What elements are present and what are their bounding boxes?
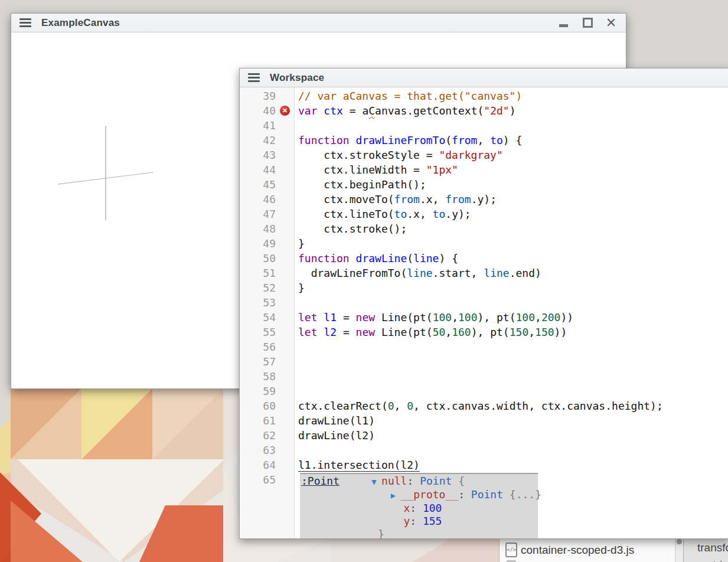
minimize-button-icon[interactable] [557,17,570,29]
line-number[interactable]: 62 [240,428,294,443]
code-text[interactable]: var ctx = aCanvas.getContext("2d") [294,103,728,118]
code-text[interactable]: ctx.lineTo(to.x, to.y); [294,207,728,221]
code-line[interactable]: 44 ctx.lineWidth = "1px" [240,162,728,177]
scrollbar-thumb[interactable] [677,539,682,544]
scrollbar-track[interactable] [675,538,683,562]
workspace-titlebar[interactable]: Workspace [240,68,728,87]
code-text[interactable]: } [294,236,728,251]
line-number[interactable]: 39 [240,89,294,103]
code-text[interactable]: let l2 = new Line(pt(50,160), pt(150,150… [294,325,728,339]
line-number[interactable]: 52 [240,280,294,295]
line-number[interactable]: 48 [240,221,294,236]
code-line[interactable]: 47 ctx.lineTo(to.x, to.y); [240,207,728,221]
code-text[interactable]: // var aCanvas = that.get("canvas") [294,89,728,103]
code-text[interactable]: drawLineFromTo(line.start, line.end) [294,266,728,280]
line-number[interactable]: 56 [240,339,294,354]
code-line[interactable]: 63 [240,443,728,458]
code-line[interactable]: 49} [240,236,728,251]
line-number[interactable]: 45 [240,177,294,192]
code-text[interactable]: ctx.moveTo(from.x, from.y); [294,192,728,207]
code-line[interactable]: 43 ctx.strokeStyle = "darkgray" [240,148,728,162]
line-number[interactable]: 57 [240,354,294,369]
example-canvas-titlebar[interactable]: ExampleCanvas ✕ [11,14,626,32]
line-number[interactable]: 40✕ [240,103,294,118]
code-token: ctx.lineWidth = [298,164,426,176]
code-line[interactable]: 65:Point ▼ null: Point { ▶ __proto__: Po… [240,472,728,538]
code-text[interactable]: let l1 = new Line(pt(100,100), pt(100,20… [294,310,728,325]
code-line[interactable]: 60ctx.clearRect(0, 0, ctx.canvas.width, … [240,398,728,413]
code-line[interactable]: 45 ctx.beginPath(); [240,177,728,192]
line-number[interactable]: 54 [240,310,294,325]
inspector-row[interactable]: y: 155 [301,515,538,528]
line-number[interactable]: 53 [240,295,294,310]
code-line[interactable]: 59 [240,384,728,398]
code-line[interactable]: 41 [240,118,728,133]
inspector-row[interactable]: } [301,528,538,538]
code-text[interactable]: ctx.clearRect(0, 0, ctx.canvas.width, ct… [294,398,728,413]
code-line[interactable]: 48 ctx.stroke(); [240,221,728,236]
inspector-row[interactable]: x: 100 [301,502,538,515]
code-text[interactable]: ctx.lineWidth = "1px" [294,162,728,177]
disclosure-triangle-icon[interactable]: ▶ [391,491,401,500]
code-text[interactable]: :Point ▼ null: Point { ▶ __proto__: Poin… [294,472,728,538]
code-text[interactable]: function drawLineFromTo(from, to) { [294,133,728,148]
line-number[interactable]: 49 [240,236,294,251]
code-text[interactable]: drawLine(l2) [294,428,728,443]
eval-result-inspector[interactable]: :Point ▼ null: Point { ▶ __proto__: Poin… [300,473,538,538]
code-line[interactable]: 46 ctx.moveTo(from.x, from.y); [240,192,728,207]
line-number[interactable]: 50 [240,251,294,266]
code-line[interactable]: 55let l2 = new Line(pt(50,160), pt(150,1… [240,325,728,339]
code-line[interactable]: 58 [240,369,728,384]
window-menu-icon[interactable] [19,18,31,27]
line-number[interactable]: 55 [240,325,294,339]
window-menu-icon[interactable] [248,73,260,82]
line-number[interactable]: 51 [240,266,294,280]
code-text[interactable]: ctx.strokeStyle = "darkgray" [294,148,728,162]
line-number[interactable]: 41 [240,118,294,133]
disclosure-triangle-icon[interactable]: ▼ [371,477,381,486]
line-number[interactable]: 63 [240,443,294,458]
line-number[interactable]: 43 [240,148,294,162]
inspector-row[interactable]: ▶ __proto__: Point {...} [301,488,538,502]
line-number[interactable]: 42 [240,133,294,148]
code-token: from [394,193,420,205]
code-token: to [433,208,446,220]
code-text[interactable]: ctx.beginPath(); [294,177,728,192]
close-button-icon[interactable]: ✕ [605,17,618,29]
error-marker-icon[interactable]: ✕ [280,106,290,116]
wallpaper-facet [0,419,11,475]
code-line[interactable]: 51 drawLineFromTo(line.start, line.end) [240,266,728,280]
code-line[interactable]: 39// var aCanvas = that.get("canvas") [240,89,728,103]
code-line[interactable]: 57 [240,354,728,369]
line-number[interactable]: 59 [240,384,294,398]
code-text[interactable]: } [294,280,728,295]
code-line[interactable]: 64l1.intersection(l2) [240,458,728,472]
line-number[interactable]: 47 [240,207,294,221]
code-text[interactable]: ctx.stroke(); [294,221,728,236]
code-line[interactable]: 40✕var ctx = aCanvas.getContext("2d") [240,103,728,118]
line-number[interactable]: 61 [240,413,294,428]
inspector-row[interactable]: :Point ▼ null: Point { [301,475,538,488]
line-number[interactable]: 64 [240,458,294,472]
code-line[interactable]: 52} [240,280,728,295]
code-line[interactable]: 42function drawLineFromTo(from, to) { [240,133,728,148]
maximize-button-icon[interactable] [581,17,594,29]
code-editor[interactable]: 39// var aCanvas = that.get("canvas")40✕… [240,87,728,538]
code-line[interactable]: 54let l1 = new Line(pt(100,100), pt(100,… [240,310,728,325]
file-list-item[interactable]: </> container-scoped-d3.js [500,538,675,557]
code-line[interactable]: 50function drawLine(line) { [240,251,728,266]
line-number[interactable]: 58 [240,369,294,384]
code-text[interactable]: drawLine(l1) [294,413,728,428]
code-line[interactable]: 56 [240,339,728,354]
code-line[interactable]: 53 [240,295,728,310]
line-number[interactable]: 44 [240,162,294,177]
code-text[interactable]: l1.intersection(l2) [294,458,728,472]
code-line[interactable]: 62drawLine(l2) [240,428,728,443]
line-number[interactable]: 60 [240,398,294,413]
line-number[interactable]: 65 [240,472,294,487]
code-line[interactable]: 61drawLine(l1) [240,413,728,428]
code-token: drawLine(l2) [298,429,375,442]
line-number[interactable]: 46 [240,192,294,207]
result-type-link[interactable]: :Point [301,475,339,487]
code-text[interactable]: function drawLine(line) { [294,251,728,266]
